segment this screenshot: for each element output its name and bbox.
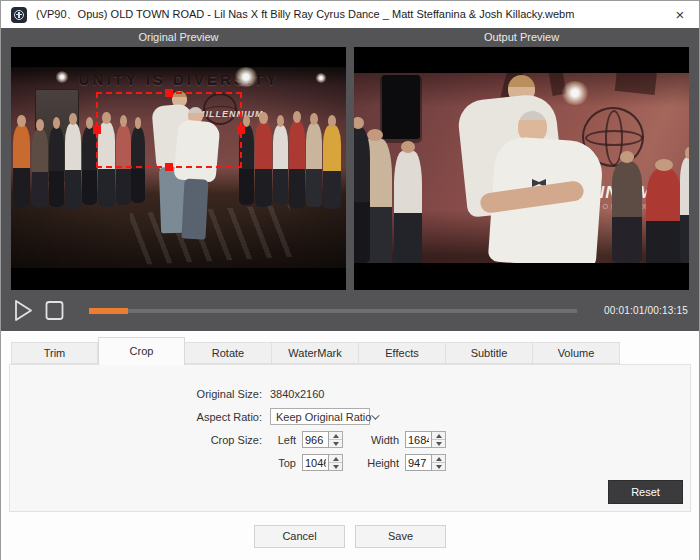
crop-overlay[interactable] — [96, 92, 242, 168]
tab-crop[interactable]: Crop — [98, 337, 185, 365]
crop-handle-right[interactable] — [237, 126, 245, 134]
crowd-figure — [255, 122, 272, 207]
crowd-figure — [306, 123, 322, 207]
play-button[interactable] — [12, 299, 34, 322]
height-label: Height — [359, 457, 399, 469]
preview-stage: Original Preview Output Preview UNITY IS… — [1, 28, 699, 331]
output-preview-panel: MILLENNIUM DANCE COMPLEX — [354, 47, 689, 290]
app-window: (VP90、Opus) OLD TOWN ROAD - Lil Nas X ft… — [0, 0, 700, 560]
cancel-button[interactable]: Cancel — [254, 525, 345, 548]
crop-height-spinbox — [405, 454, 446, 471]
crowd-figure — [323, 125, 341, 209]
spin-up-button[interactable] — [329, 432, 342, 440]
left-label: Left — [270, 434, 296, 446]
crowd-figure — [289, 121, 305, 208]
crowd-figure — [82, 127, 97, 205]
top-label: Top — [270, 457, 296, 469]
crop-size-label: Crop Size: — [10, 434, 270, 446]
aspect-ratio-value: Keep Original Ratio — [276, 411, 371, 423]
spin-down-button[interactable] — [432, 440, 445, 447]
title-bar: (VP90、Opus) OLD TOWN ROAD - Lil Nas X ft… — [1, 1, 699, 28]
original-size-label: Original Size: — [10, 388, 270, 400]
width-label: Width — [359, 434, 399, 446]
close-icon[interactable]: × — [671, 6, 689, 24]
crop-top-input[interactable] — [302, 454, 329, 471]
reset-button[interactable]: Reset — [608, 480, 683, 504]
ceiling-light — [315, 73, 327, 83]
tab-bar: Trim Crop Rotate WaterMark Effects Subti… — [1, 331, 699, 364]
aspect-ratio-label: Aspect Ratio: — [10, 411, 270, 423]
app-logo-icon — [11, 7, 27, 23]
crop-handle-bottom[interactable] — [165, 163, 173, 171]
crop-width-spinbox — [405, 431, 446, 448]
edit-panel: Trim Crop Rotate WaterMark Effects Subti… — [1, 331, 699, 560]
crowd-figure — [394, 151, 422, 263]
window-title: (VP90、Opus) OLD TOWN ROAD - Lil Nas X ft… — [36, 7, 671, 22]
crowd-figure — [646, 169, 682, 263]
time-display: 00:01:01/00:13:15 — [604, 305, 688, 316]
dancers-figure — [420, 75, 620, 263]
spin-down-button[interactable] — [432, 463, 445, 470]
crowd-figure — [680, 157, 689, 263]
spin-up-button[interactable] — [432, 432, 445, 440]
crop-handle-left[interactable] — [93, 126, 101, 134]
seek-slider[interactable] — [89, 309, 577, 313]
dialog-footer: Cancel Save — [1, 511, 699, 560]
speaker — [382, 75, 420, 139]
save-button[interactable]: Save — [355, 525, 446, 548]
crowd-figure — [354, 127, 370, 263]
crowd-figure — [49, 127, 64, 207]
player-controls: 00:01:01/00:13:15 — [1, 290, 699, 331]
ceiling-light — [55, 71, 69, 83]
original-preview-label: Original Preview — [11, 31, 346, 47]
spin-up-button[interactable] — [329, 455, 342, 463]
output-preview-label: Output Preview — [354, 31, 689, 47]
chevron-down-icon — [372, 411, 380, 419]
crop-top-spinbox — [302, 454, 343, 471]
tab-watermark[interactable]: WaterMark — [272, 342, 359, 364]
original-preview-panel: UNITY IS DIVERSITY MILLENNIUM — [11, 47, 346, 290]
spin-down-button[interactable] — [329, 463, 342, 470]
tab-effects[interactable]: Effects — [359, 342, 446, 364]
crop-width-input[interactable] — [405, 431, 432, 448]
crop-handle-top[interactable] — [165, 89, 173, 97]
tab-trim[interactable]: Trim — [11, 342, 98, 364]
output-video-scene: MILLENNIUM DANCE COMPLEX — [354, 73, 689, 263]
progress-fill — [89, 308, 128, 314]
aspect-ratio-select[interactable]: Keep Original Ratio — [270, 408, 370, 425]
original-size-value: 3840x2160 — [270, 388, 324, 400]
ceiling-light — [233, 67, 259, 87]
tab-volume[interactable]: Volume — [533, 342, 620, 364]
tab-rotate[interactable]: Rotate — [185, 342, 272, 364]
tab-subtitle[interactable]: Subtitle — [446, 342, 533, 364]
stop-button[interactable] — [43, 299, 65, 322]
crowd-figure — [273, 125, 288, 205]
crop-left-input[interactable] — [302, 431, 329, 448]
spin-down-button[interactable] — [329, 440, 342, 447]
crowd-figure — [65, 123, 81, 209]
crowd-figure — [13, 125, 30, 207]
crowd-figure — [32, 129, 48, 207]
spin-up-button[interactable] — [432, 455, 445, 463]
crop-left-spinbox — [302, 431, 343, 448]
crop-height-input[interactable] — [405, 454, 432, 471]
crop-tab-panel: Original Size: 3840x2160 Aspect Ratio: K… — [9, 364, 691, 512]
